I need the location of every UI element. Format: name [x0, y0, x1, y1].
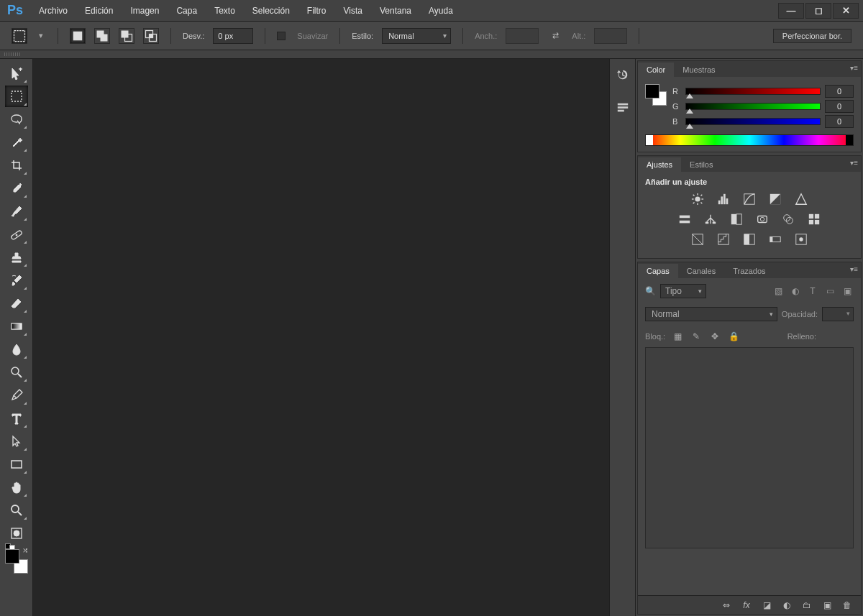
exposure-icon[interactable]	[767, 192, 783, 206]
filter-adjustment-icon[interactable]: ◐	[789, 285, 802, 298]
tab-estilos[interactable]: Estilos	[681, 157, 721, 172]
tab-trazados[interactable]: Trazados	[724, 264, 774, 278]
blur-tool[interactable]	[5, 339, 28, 360]
menu-edicion[interactable]: Edición	[76, 1, 122, 20]
selection-add-button[interactable]	[94, 28, 110, 44]
swap-dimensions-button[interactable]: ⇄	[547, 28, 563, 44]
blend-mode-select[interactable]: Normal	[645, 307, 777, 321]
menu-vista[interactable]: Vista	[335, 1, 371, 20]
link-layers-icon[interactable]: ⇔	[720, 599, 733, 612]
color-panel-menu[interactable]: ▾≡	[850, 64, 858, 72]
layer-fx-icon[interactable]: fx	[740, 599, 753, 612]
new-group-icon[interactable]: 🗀	[800, 599, 813, 612]
menu-ventana[interactable]: Ventana	[371, 1, 420, 20]
filter-type-icon[interactable]: T	[806, 285, 819, 298]
brightness-contrast-icon[interactable]	[690, 192, 706, 206]
feather-input[interactable]: 0 px	[213, 28, 253, 44]
move-tool[interactable]	[5, 63, 28, 84]
dodge-tool[interactable]	[5, 362, 28, 383]
healing-brush-tool[interactable]	[5, 224, 28, 245]
lasso-tool[interactable]	[5, 109, 28, 130]
opacity-input[interactable]	[822, 307, 854, 321]
window-minimize-button[interactable]: —	[778, 3, 804, 19]
selection-new-button[interactable]	[70, 28, 86, 44]
channel-B-slider[interactable]	[685, 118, 821, 125]
crop-tool[interactable]	[5, 155, 28, 176]
eraser-tool[interactable]	[5, 293, 28, 314]
color-spectrum[interactable]	[645, 134, 854, 146]
posterize-icon[interactable]	[716, 232, 731, 247]
tab-capas[interactable]: Capas	[638, 264, 678, 278]
gradient-tool[interactable]	[5, 316, 28, 337]
window-close-button[interactable]: ✕	[833, 3, 859, 19]
channel-B-value[interactable]: 0	[825, 115, 854, 128]
filter-smartobject-icon[interactable]: ▣	[841, 285, 854, 298]
layers-list[interactable]	[645, 347, 854, 548]
refine-edge-button[interactable]: Perfeccionar bor.	[773, 29, 851, 43]
clone-stamp-tool[interactable]	[5, 247, 28, 268]
window-maximize-button[interactable]: ◻	[805, 3, 831, 19]
lock-pixels-icon[interactable]: ✎	[690, 330, 703, 343]
lock-transparency-icon[interactable]: ▦	[671, 330, 684, 343]
selection-intersect-button[interactable]	[143, 28, 159, 44]
menu-seleccion[interactable]: Selección	[244, 1, 298, 20]
hue-saturation-icon[interactable]	[677, 212, 693, 226]
type-tool[interactable]	[5, 408, 28, 429]
new-adjustment-layer-icon[interactable]: ◐	[780, 599, 793, 612]
levels-icon[interactable]	[716, 192, 731, 206]
adjustments-panel-menu[interactable]: ▾≡	[850, 159, 858, 167]
pen-tool[interactable]	[5, 385, 28, 406]
lock-position-icon[interactable]: ✥	[708, 330, 721, 343]
lock-all-icon[interactable]: 🔒	[727, 330, 740, 343]
color-swatch-picker[interactable]	[645, 84, 667, 106]
magic-wand-tool[interactable]	[5, 132, 28, 153]
history-panel-icon[interactable]	[613, 65, 633, 85]
tool-preset-dropdown[interactable]: ▾	[36, 31, 46, 40]
photo-filter-icon[interactable]	[754, 212, 770, 226]
tool-preset-picker[interactable]	[12, 28, 27, 44]
channel-mixer-icon[interactable]	[780, 212, 796, 226]
foreground-swatch[interactable]	[645, 84, 659, 98]
filter-type-select[interactable]: Tipo	[660, 284, 706, 298]
tab-ajustes[interactable]: Ajustes	[638, 157, 681, 172]
tab-color[interactable]: Color	[638, 63, 674, 77]
properties-panel-icon[interactable]	[613, 98, 633, 118]
channel-G-value[interactable]: 0	[825, 100, 854, 113]
hand-tool[interactable]	[5, 477, 28, 498]
menu-imagen[interactable]: Imagen	[122, 1, 168, 20]
color-swatches[interactable]: ⤭	[5, 549, 28, 574]
tab-muestras[interactable]: Muestras	[674, 63, 723, 77]
vibrance-icon[interactable]	[793, 192, 809, 206]
black-white-icon[interactable]	[729, 212, 744, 226]
gradient-map-icon[interactable]	[767, 232, 783, 247]
menu-capa[interactable]: Capa	[168, 1, 206, 20]
invert-icon[interactable]	[690, 232, 706, 247]
canvas[interactable]	[33, 59, 610, 616]
delete-layer-icon[interactable]: 🗑	[841, 599, 854, 612]
history-brush-tool[interactable]	[5, 270, 28, 291]
layers-panel-menu[interactable]: ▾≡	[850, 265, 858, 273]
selection-subtract-button[interactable]	[119, 28, 134, 44]
quick-mask-toggle[interactable]	[5, 523, 28, 544]
new-layer-icon[interactable]: ▣	[821, 599, 834, 612]
selective-color-icon[interactable]	[793, 232, 809, 247]
filter-shape-icon[interactable]: ▭	[823, 285, 836, 298]
path-selection-tool[interactable]	[5, 431, 28, 452]
color-balance-icon[interactable]	[703, 212, 718, 226]
swap-colors-icon[interactable]: ⤭	[22, 546, 28, 554]
tab-canales[interactable]: Canales	[678, 264, 724, 278]
color-lookup-icon[interactable]	[806, 212, 822, 226]
channel-R-value[interactable]: 0	[825, 85, 854, 98]
curves-icon[interactable]	[741, 192, 757, 206]
eyedropper-tool[interactable]	[5, 178, 28, 199]
menu-filtro[interactable]: Filtro	[298, 1, 335, 20]
antialias-checkbox[interactable]	[277, 32, 286, 40]
zoom-tool[interactable]	[5, 500, 28, 521]
menu-archivo[interactable]: Archivo	[30, 1, 76, 20]
menu-texto[interactable]: Texto	[206, 1, 244, 20]
channel-G-slider[interactable]	[685, 103, 821, 110]
shape-tool[interactable]	[5, 454, 28, 475]
style-select[interactable]: Normal	[382, 28, 451, 44]
layer-mask-icon[interactable]: ◪	[760, 599, 773, 612]
foreground-color[interactable]	[5, 549, 19, 564]
